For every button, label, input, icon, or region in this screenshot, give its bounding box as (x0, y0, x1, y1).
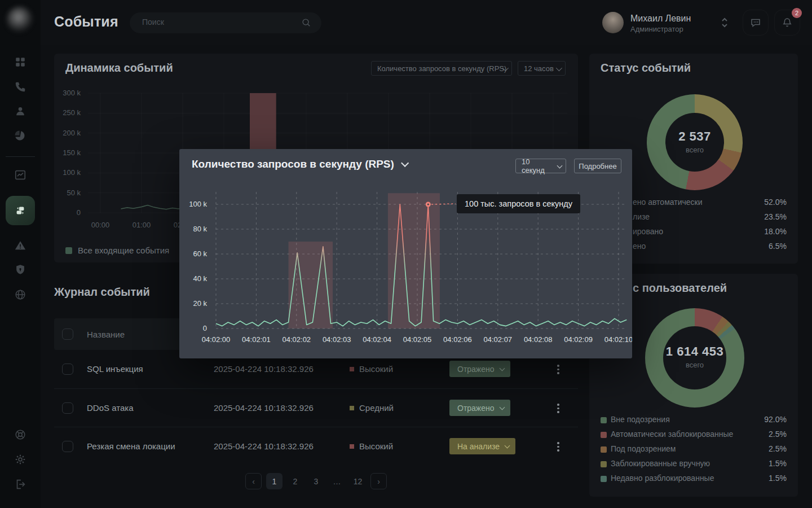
support-icon[interactable] (14, 428, 27, 441)
pagination-page-12[interactable]: 12 (350, 473, 366, 489)
table-row[interactable]: DDoS атака2025-04-224 10:18:32.926Средни… (54, 388, 578, 427)
status-select[interactable]: На анализе (449, 438, 515, 454)
legend-swatch (601, 417, 607, 423)
row-checkbox[interactable] (62, 441, 73, 452)
svg-text:0: 0 (77, 208, 81, 217)
select-all-checkbox[interactable] (62, 329, 73, 340)
status-label: Отражено (457, 365, 495, 374)
legend-swatch (601, 476, 607, 482)
svg-text:04:02:09: 04:02:09 (564, 335, 593, 344)
search-input[interactable]: Поиск (130, 12, 321, 33)
rps-modal: Количество запросов в секунду (RPS) 10 с… (179, 149, 632, 358)
page-title: События (54, 14, 118, 30)
legend-label: лизе (633, 212, 650, 221)
pagination-next-button[interactable]: › (370, 473, 387, 489)
legend-value: 2.5% (769, 444, 787, 453)
chevron-down-icon (499, 405, 505, 410)
severity-swatch (350, 367, 354, 371)
svg-text:40 k: 40 k (193, 274, 207, 283)
legend-label: ено автоматически (633, 198, 703, 207)
pagination-page-1[interactable]: 1 (266, 473, 283, 489)
status-select[interactable]: Отражено (449, 400, 510, 416)
users-total: 1 614 453 (645, 344, 744, 359)
sidebar-divider (6, 156, 35, 157)
legend-label: Автоматически заблокированные (611, 430, 733, 439)
globe-icon[interactable] (14, 288, 27, 301)
user-menu-chevrons-icon[interactable] (721, 16, 729, 29)
svg-text:04:02:04: 04:02:04 (363, 335, 391, 344)
svg-text:200 k: 200 k (63, 129, 81, 137)
chart-tooltip: 100 тыс. запросов в секунду (457, 194, 580, 213)
topbar: События Поиск Михаил Левин Администратор… (41, 0, 812, 45)
svg-text:04:02:02: 04:02:02 (282, 335, 311, 344)
svg-text:150 k: 150 k (63, 148, 81, 157)
row-menu-button[interactable] (555, 401, 562, 415)
phone-icon[interactable] (14, 81, 27, 93)
users-status-title: с пользователей (633, 282, 727, 295)
svg-text:04:02:07: 04:02:07 (483, 335, 512, 344)
legend-value: 18.0% (764, 227, 787, 236)
svg-text:300 k: 300 k (63, 89, 81, 97)
event-time: 2025-04-224 10:18:32.926 (214, 441, 314, 451)
events-total: 2 537 (647, 129, 743, 144)
event-severity: Высокий (350, 364, 393, 374)
table-row[interactable]: Резкая смена локации2025-04-224 10:18:32… (54, 427, 578, 465)
messages-button[interactable] (743, 10, 769, 36)
svg-text:0: 0 (203, 324, 207, 332)
svg-text:00:00: 00:00 (91, 221, 110, 229)
search-icon (301, 17, 311, 28)
legend-value: 23.5% (764, 212, 787, 221)
event-name: DDoS атака (87, 403, 133, 413)
legend-label: Все входящие события (78, 246, 169, 255)
apps-icon[interactable] (14, 56, 27, 68)
status-legend-row: Вне подозрения92.0% (589, 415, 798, 427)
svg-text:01:00: 01:00 (133, 221, 151, 229)
status-legend-row: Под подозрением2.5% (589, 444, 798, 457)
severity-label: Высокий (359, 364, 393, 374)
logout-icon[interactable] (14, 478, 27, 491)
user-icon[interactable] (14, 105, 27, 117)
warning-icon[interactable] (14, 239, 27, 252)
svg-text:250 k: 250 k (63, 108, 81, 117)
column-header-name: Название (87, 330, 125, 339)
row-menu-button[interactable] (555, 440, 562, 454)
pagination-page-2[interactable]: 2 (287, 473, 303, 489)
svg-text:04:02:03: 04:02:03 (323, 335, 351, 344)
pagination-page-3[interactable]: 3 (308, 473, 324, 489)
svg-text:50 k: 50 k (67, 189, 81, 197)
svg-text:04:02:10: 04:02:10 (604, 335, 632, 344)
legend-label: Недавно разблокированные (611, 474, 714, 483)
row-checkbox[interactable] (62, 364, 73, 375)
sidebar-item-events-active[interactable] (6, 196, 35, 225)
status-legend-row: Недавно разблокированные1.5% (589, 474, 798, 486)
legend-value: 1.5% (769, 459, 787, 468)
legend-value: 52.0% (764, 198, 787, 207)
svg-text:04:02:01: 04:02:01 (242, 335, 271, 344)
severity-label: Средний (359, 403, 394, 413)
svg-text:60 k: 60 k (193, 249, 207, 258)
event-time: 2025-04-224 10:18:32.926 (214, 403, 314, 413)
legend-item: Все входящие события (65, 246, 169, 255)
sync-icon (14, 204, 27, 217)
row-menu-button[interactable] (555, 362, 562, 376)
legend-label: Под подозрением (611, 444, 676, 453)
users-status-donut: 1 614 453 всего (645, 308, 744, 408)
pie-chart-icon[interactable] (14, 130, 27, 142)
user-role: Администратор (630, 25, 683, 33)
trend-chart-icon[interactable] (14, 169, 27, 181)
journal-table-body: SQL инъекция2025-04-224 10:18:32.926Высо… (54, 350, 578, 465)
pagination-prev-button[interactable]: ‹ (245, 473, 262, 489)
svg-text:80 k: 80 k (193, 225, 207, 233)
row-checkbox[interactable] (62, 402, 73, 414)
status-label: На анализе (457, 442, 500, 451)
notifications-button[interactable]: 2 (774, 10, 800, 36)
chat-icon (750, 17, 761, 28)
status-select[interactable]: Отражено (449, 361, 510, 377)
settings-icon[interactable] (14, 453, 27, 466)
severity-swatch (350, 444, 354, 449)
users-total-label: всего (645, 361, 744, 369)
pagination-ellipsis: … (329, 473, 345, 489)
avatar[interactable] (602, 12, 624, 33)
shield-icon[interactable] (14, 264, 27, 276)
status-label: Отражено (457, 404, 495, 413)
